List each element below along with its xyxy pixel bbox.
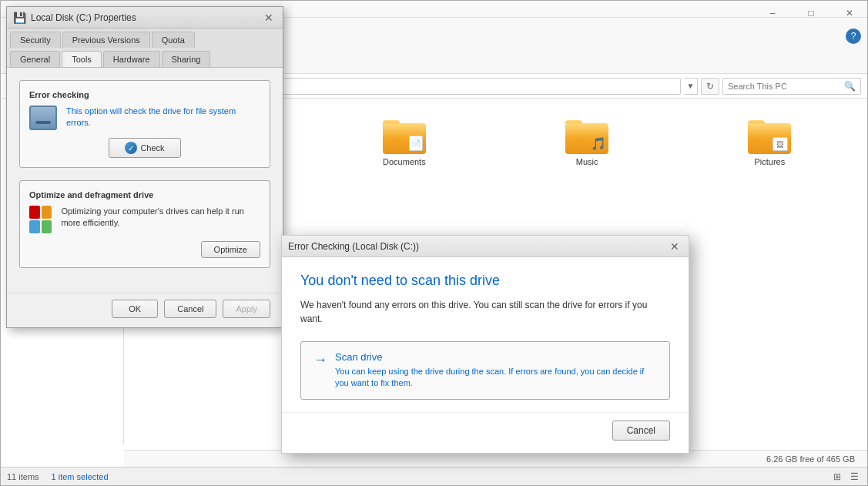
list-view-btn[interactable]: ☰ <box>847 470 861 484</box>
status-bar: 11 items 1 item selected ⊞ ☰ <box>1 467 867 485</box>
properties-content: Error checking This option will check th… <box>7 68 283 293</box>
ok-label: OK <box>129 304 141 313</box>
window-controls: – □ ✕ <box>755 1 867 25</box>
tab-hardware[interactable]: Hardware <box>103 51 160 67</box>
address-dropdown[interactable]: ▼ <box>684 78 698 95</box>
ec-heading: You don't need to scan this drive <box>300 273 670 289</box>
properties-footer: OK Cancel Apply <box>7 293 283 327</box>
search-icon: 🔍 <box>844 81 856 92</box>
check-btn-icon: ✓ <box>125 142 137 154</box>
ok-button[interactable]: OK <box>112 300 158 318</box>
minimize-btn[interactable]: – <box>755 1 790 25</box>
check-button[interactable]: ✓ Check <box>109 138 180 158</box>
optimize-section: Optimize and defragment drive Optimizing… <box>19 180 270 268</box>
error-checking-dialog: Error Checking (Local Disk (C:)) ✕ You d… <box>281 235 689 454</box>
folder-music-label: Music <box>576 157 598 166</box>
folder-pictures-label: Pictures <box>755 157 786 166</box>
drive-info-text: 6.26 GB free of 465 GB <box>766 454 855 464</box>
search-input[interactable] <box>728 82 841 91</box>
view-controls: ⊞ ☰ <box>830 470 861 484</box>
search-box: 🔍 <box>722 78 861 95</box>
properties-tabs: Security Previous Versions Quota General… <box>7 28 283 68</box>
tab-quota[interactable]: Quota <box>152 32 195 48</box>
ec-titlebar: Error Checking (Local Disk (C:)) ✕ <box>282 236 689 257</box>
ec-cancel-label: Cancel <box>627 425 655 436</box>
ec-title-text: Error Checking (Local Disk (C:)) <box>288 241 419 252</box>
properties-titlebar-left: 💾 Local Disk (C:) Properties <box>13 12 136 24</box>
cancel-label: Cancel <box>177 304 203 313</box>
tab-general[interactable]: General <box>10 51 60 67</box>
optimize-icon <box>29 206 52 233</box>
ec-description: We haven't found any errors on this driv… <box>300 298 670 326</box>
error-checking-title: Error checking <box>29 90 260 99</box>
documents-folder-icon: 📄 <box>383 117 426 154</box>
properties-titlebar: 💾 Local Disk (C:) Properties ✕ <box>7 7 283 28</box>
scan-drive-box[interactable]: → Scan drive You can keep using the driv… <box>300 341 670 400</box>
music-folder-icon: 🎵 <box>565 117 608 154</box>
folder-music[interactable]: 🎵 Music <box>502 111 672 173</box>
close-explorer-btn[interactable]: ✕ <box>832 1 867 25</box>
properties-title-icon: 💾 <box>13 12 26 24</box>
tab-security[interactable]: Security <box>10 32 61 48</box>
check-btn-row: ✓ Check <box>29 138 260 158</box>
error-check-description: This option will check the drive for fil… <box>66 106 260 129</box>
optimize-btn-row: Optimize <box>29 241 260 258</box>
check-btn-label: Check <box>140 143 164 153</box>
optimize-button[interactable]: Optimize <box>201 241 260 258</box>
drive-icon <box>29 106 57 130</box>
tab-tools[interactable]: Tools <box>62 51 102 67</box>
properties-dialog: 💾 Local Disk (C:) Properties ✕ Security … <box>6 6 283 328</box>
selected-count: 1 item selected <box>52 472 109 481</box>
optimize-title: Optimize and defragment drive <box>29 190 260 199</box>
scan-drive-desc: You can keep using the drive during the … <box>335 366 657 390</box>
optimize-description: Optimizing your computer's drives can he… <box>61 206 260 230</box>
optimize-content: Optimizing your computer's drives can he… <box>29 206 260 233</box>
large-icons-view-btn[interactable]: ⊞ <box>830 470 844 484</box>
folder-pictures[interactable]: 🖼 Pictures <box>685 111 855 173</box>
ec-content: You don't need to scan this drive We hav… <box>282 257 689 412</box>
refresh-btn[interactable]: ↻ <box>701 78 719 95</box>
apply-label: Apply <box>236 304 257 313</box>
scan-arrow-icon: → <box>313 352 327 368</box>
error-check-content: This option will check the drive for fil… <box>29 106 260 130</box>
error-checking-section: Error checking This option will check th… <box>19 80 270 168</box>
properties-close-btn[interactable]: ✕ <box>261 10 276 25</box>
tab-previous-versions[interactable]: Previous Versions <box>62 32 150 48</box>
maximize-btn[interactable]: □ <box>793 1 829 25</box>
folder-documents-label: Documents <box>383 157 426 166</box>
pictures-folder-icon: 🖼 <box>748 117 791 154</box>
optimize-btn-label: Optimize <box>214 245 247 254</box>
ec-cancel-btn[interactable]: Cancel <box>612 421 670 441</box>
ec-close-btn[interactable]: ✕ <box>667 239 682 254</box>
scan-drive-info: Scan drive You can keep using the drive … <box>335 351 657 390</box>
folder-documents[interactable]: 📄 Documents <box>319 111 489 173</box>
apply-button[interactable]: Apply <box>223 300 270 318</box>
scan-drive-title: Scan drive <box>335 351 657 363</box>
help-btn[interactable]: ? <box>846 28 861 44</box>
tab-sharing[interactable]: Sharing <box>162 51 211 67</box>
items-count: 11 items <box>7 472 39 481</box>
cancel-button[interactable]: Cancel <box>164 300 216 318</box>
properties-title-text: Local Disk (C:) Properties <box>31 12 136 23</box>
ec-footer: Cancel <box>282 412 689 453</box>
